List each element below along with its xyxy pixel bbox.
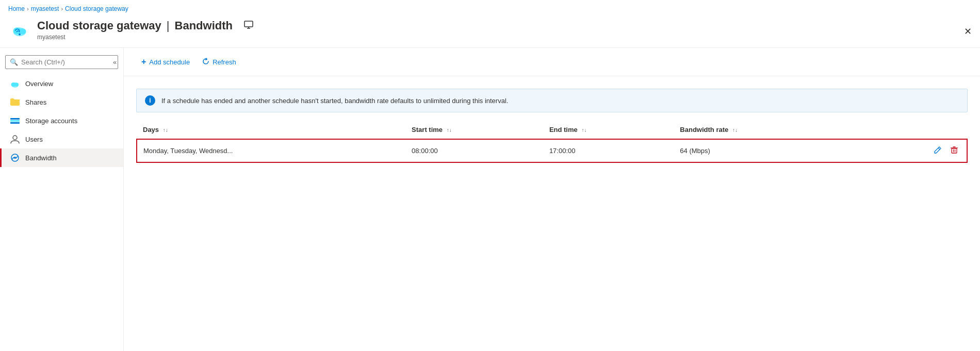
info-banner: i If a schedule has ended and another sc…: [136, 89, 968, 112]
header-title-group: Cloud storage gateway | Bandwidth myaset…: [37, 19, 253, 41]
sidebar-label-shares: Shares: [25, 98, 46, 106]
cloud-nav-icon: [10, 78, 20, 89]
page-header: Cloud storage gateway | Bandwidth myaset…: [0, 15, 980, 48]
cell-start-time: 08:00:00: [405, 139, 543, 162]
sort-start-icon[interactable]: ↑↓: [447, 127, 452, 133]
svg-point-9: [14, 83, 19, 87]
sidebar: 🔍 « Overview Shares: [0, 48, 124, 351]
svg-rect-4: [244, 21, 253, 27]
refresh-button[interactable]: Refresh: [197, 55, 241, 70]
info-banner-text: If a schedule has ended and another sche…: [161, 97, 508, 105]
page-section-title: Bandwidth: [175, 19, 233, 32]
col-days: Days ↑↓: [137, 121, 405, 139]
search-input[interactable]: [21, 58, 108, 66]
title-pipe: |: [167, 19, 170, 32]
main-layout: 🔍 « Overview Shares: [0, 48, 980, 351]
sidebar-label-storage-accounts: Storage accounts: [25, 117, 77, 125]
sidebar-item-users[interactable]: Users: [0, 130, 123, 148]
svg-rect-10: [10, 118, 20, 120]
user-nav-icon: [10, 134, 20, 144]
add-schedule-label: Add schedule: [149, 58, 190, 66]
sort-days-icon[interactable]: ↑↓: [163, 127, 168, 133]
page-icon: [8, 19, 31, 41]
cell-end-time: 17:00:00: [543, 139, 674, 162]
monitor-icon[interactable]: [244, 19, 253, 32]
info-icon: i: [145, 95, 155, 106]
col-bandwidth-rate: Bandwidth rate ↑↓: [674, 121, 857, 139]
storage-nav-icon: [10, 115, 20, 126]
svg-point-15: [14, 157, 16, 159]
search-box-container[interactable]: 🔍 «: [5, 55, 118, 69]
table-header-row: Days ↑↓ Start time ↑↓ End time ↑↓ Band: [137, 121, 967, 139]
table-row: Monday, Tuesday, Wednesd... 08:00:00 17:…: [137, 139, 967, 162]
sidebar-item-shares[interactable]: Shares: [0, 93, 123, 111]
refresh-icon: [202, 58, 209, 66]
resource-subtitle: myasetest: [37, 34, 253, 41]
breadcrumb: Home › myasetest › Cloud storage gateway: [0, 0, 980, 15]
close-button[interactable]: ✕: [964, 26, 972, 37]
sort-bandwidth-icon[interactable]: ↑↓: [732, 127, 738, 133]
plus-icon: +: [141, 57, 146, 66]
search-icon: 🔍: [10, 58, 18, 66]
page-title: Cloud storage gateway | Bandwidth: [37, 19, 253, 32]
toolbar: + Add schedule Refresh: [124, 48, 980, 76]
col-actions: [857, 121, 967, 139]
col-start-time: Start time ↑↓: [405, 121, 543, 139]
bandwidth-nav-icon: [10, 153, 20, 163]
sidebar-label-users: Users: [25, 136, 43, 143]
svg-rect-17: [952, 148, 957, 153]
svg-point-3: [19, 34, 21, 36]
svg-line-16: [938, 148, 940, 149]
folder-nav-icon: [10, 97, 20, 107]
breadcrumb-sep-1: ›: [27, 6, 29, 12]
svg-point-13: [13, 136, 17, 140]
add-schedule-button[interactable]: + Add schedule: [136, 54, 195, 70]
bandwidth-table: Days ↑↓ Start time ↑↓ End time ↑↓ Band: [136, 121, 968, 163]
collapse-button[interactable]: «: [111, 58, 119, 66]
cell-days: Monday, Tuesday, Wednesd...: [137, 139, 405, 162]
sidebar-item-bandwidth[interactable]: Bandwidth: [0, 148, 123, 167]
sidebar-label-bandwidth: Bandwidth: [25, 154, 57, 162]
breadcrumb-myasetest[interactable]: myasetest: [31, 5, 59, 12]
sort-end-icon[interactable]: ↑↓: [581, 127, 586, 133]
sidebar-item-overview[interactable]: Overview: [0, 74, 123, 93]
svg-point-2: [19, 28, 26, 34]
cell-actions: [857, 139, 967, 162]
table-container: Days ↑↓ Start time ↑↓ End time ↑↓ Band: [124, 121, 980, 163]
resource-name: Cloud storage gateway: [37, 19, 161, 32]
content-area: + Add schedule Refresh i If a schedule h…: [124, 48, 980, 351]
breadcrumb-cloud-storage[interactable]: Cloud storage gateway: [65, 5, 128, 12]
svg-rect-11: [10, 120, 20, 122]
delete-button[interactable]: [948, 145, 960, 157]
cell-bandwidth-rate: 64 (Mbps): [674, 139, 857, 162]
refresh-label: Refresh: [213, 58, 236, 66]
breadcrumb-sep-2: ›: [61, 6, 63, 12]
row-action-buttons: [863, 145, 960, 157]
edit-button[interactable]: [932, 145, 944, 157]
col-end-time: End time ↑↓: [543, 121, 674, 139]
breadcrumb-home[interactable]: Home: [8, 5, 25, 12]
sidebar-item-storage-accounts[interactable]: Storage accounts: [0, 111, 123, 130]
svg-rect-12: [10, 122, 20, 124]
sidebar-label-overview: Overview: [25, 80, 53, 88]
